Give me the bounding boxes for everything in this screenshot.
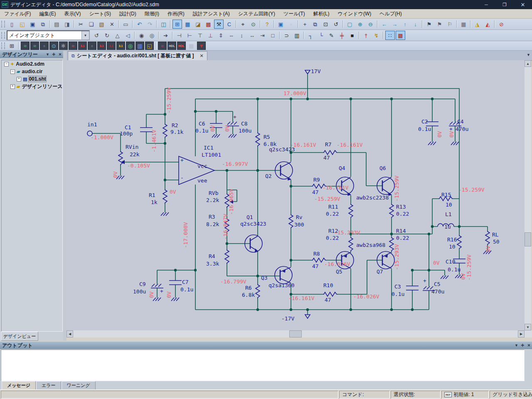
sim-export-icon[interactable]: ◱ (145, 42, 154, 50)
code-view-icon[interactable]: C (224, 20, 234, 29)
tree-expander-icon[interactable]: − (4, 62, 9, 66)
move-parts-icon[interactable]: ➔ (161, 31, 170, 40)
sim-empty-icon[interactable]: ▫ (40, 42, 49, 50)
zoom-area-icon[interactable]: ▢ (345, 20, 355, 29)
wire-junction-icon[interactable]: ╪ (337, 31, 347, 40)
calc-icon[interactable]: ⊞ (7, 41, 17, 50)
tab-design-view[interactable]: デザインビュー (1, 332, 38, 341)
marker-find-icon[interactable]: ⚐ (445, 20, 455, 29)
menu-item-10[interactable]: 解析(L) (309, 9, 334, 19)
sim-gear-icon[interactable]: ✱ (59, 42, 68, 50)
space-horizontal-icon[interactable]: ↔ (247, 31, 257, 40)
tree-item[interactable]: +▰デザインリソース (2, 83, 62, 90)
sim-meter-icon[interactable]: 3.1 (116, 42, 125, 50)
align-bottom-icon[interactable]: ⊥ (206, 31, 215, 40)
menu-item-3[interactable]: シート(S) (85, 9, 115, 19)
abort-icon[interactable]: ⊘ (497, 20, 506, 29)
schematic-canvas[interactable]: in1C1100pR29.1kRVin22kC60.1uC8100uR56.8k… (66, 60, 525, 330)
align-right-icon[interactable]: ⊢ (185, 31, 195, 40)
menu-item-11[interactable]: ウインドウ(W) (334, 9, 376, 19)
go-down-icon[interactable]: ↓ (411, 20, 420, 29)
check-clear-icon[interactable]: ◭ (483, 20, 493, 29)
scroll-thumb[interactable] (289, 330, 302, 337)
redo-icon[interactable]: ↷ (145, 20, 155, 29)
tab-list-dropdown-icon[interactable]: ▼ (527, 53, 530, 57)
wire-route-icon[interactable]: ┐ (306, 31, 315, 40)
hdl-view-icon[interactable]: HDL (167, 42, 176, 50)
go-right-icon[interactable]: → (390, 20, 399, 29)
sim-board-icon[interactable]: ≈ (21, 42, 30, 50)
zoom-in-icon[interactable]: ⊕ (355, 20, 365, 29)
tree-item[interactable]: −✦Audio2.sdm (2, 60, 62, 68)
overlap-windows-icon[interactable]: ⧉ (310, 20, 320, 29)
grid-display-icon[interactable]: ▦ (459, 20, 468, 29)
scroll-right-icon[interactable]: ▶ (518, 330, 525, 337)
find-parts-icon[interactable]: ⌖ (238, 20, 248, 29)
rotate-ccw-icon[interactable]: ↺ (92, 31, 101, 40)
menu-item-9[interactable]: ツール(T) (279, 9, 309, 19)
zoom-out-icon[interactable]: ⊖ (366, 20, 375, 29)
board-values-icon[interactable]: ▩ (396, 31, 405, 40)
close-icon[interactable]: ✕ (57, 52, 63, 57)
marker-prev-icon[interactable]: ⚑ (424, 20, 434, 29)
capture-view-icon[interactable]: ▣ (276, 20, 286, 29)
panel-splitter[interactable] (63, 51, 66, 341)
menu-item-1[interactable]: 編集(E) (35, 9, 60, 19)
tree-expander-icon[interactable]: − (10, 69, 15, 74)
components[interactable] (87, 70, 491, 318)
space-vertical-icon[interactable]: ↕ (237, 31, 246, 40)
save-all-icon[interactable]: ⧉ (38, 20, 48, 29)
properties-icon[interactable]: ▭ (121, 20, 131, 29)
cut-icon[interactable]: ✂ (76, 20, 86, 29)
grid-gray-icon[interactable]: ▦ (187, 41, 196, 50)
minimize-button[interactable]: ─ (477, 0, 495, 9)
gate-edit-icon[interactable]: ⊃ (282, 31, 291, 40)
maximize-button[interactable]: ❐ (495, 0, 514, 9)
scroll-thumb[interactable] (525, 232, 531, 246)
ic-pins-icon[interactable]: ▥ (292, 31, 302, 40)
close-icon[interactable]: ✕ (526, 343, 532, 347)
new-file-icon[interactable]: ▯ (7, 20, 17, 29)
view-rotate-icon[interactable]: ↺ (331, 20, 341, 29)
object-select-combo[interactable]: メインオブジェクト ▼ (7, 30, 90, 40)
scroll-left-icon[interactable]: ◀ (66, 330, 73, 337)
toolbar-grip[interactable] (1, 32, 5, 39)
find-net-icon[interactable]: ⊙ (249, 20, 258, 29)
group-icon[interactable]: ◉ (137, 31, 146, 40)
go-left-icon[interactable]: ← (379, 20, 389, 29)
sim-31-c-icon[interactable]: 3.1 (107, 42, 116, 50)
tab-sheet-editor[interactable]: ⧉ シートエディタ - audio.cir/001.sht [ 基板に渡す値 ]… (68, 51, 207, 60)
horizontal-scrollbar[interactable]: ◀ ▶ (66, 330, 525, 337)
check-run-icon[interactable]: ◮ (473, 20, 482, 29)
distribute-vertical-icon[interactable]: ⇕ (216, 31, 226, 40)
menu-item-0[interactable]: ファイル(F) (0, 9, 35, 19)
menu-item-7[interactable]: 設計アシスト(A) (189, 9, 234, 19)
tree-expander-icon[interactable]: + (17, 77, 21, 81)
mirror-vertical-icon[interactable]: ◁ (123, 31, 133, 40)
tab-close-icon[interactable]: ✕ (200, 53, 203, 59)
sheet-note-icon[interactable]: ◪ (193, 20, 203, 29)
menu-item-12[interactable]: ヘルプ(H) (375, 9, 406, 19)
align-top-icon[interactable]: ⊤ (195, 31, 205, 40)
to-3d-icon[interactable]: ◫ (159, 20, 168, 29)
placement-frame-icon[interactable]: □ (268, 31, 278, 40)
solid-box-icon[interactable]: ■ (347, 31, 357, 40)
mirror-horizontal-icon[interactable]: △ (113, 31, 122, 40)
fit-view-icon[interactable]: ⊡ (321, 20, 330, 29)
close-button[interactable]: ✕ (514, 0, 532, 9)
chip-load-icon[interactable]: ▼ (197, 42, 206, 50)
marker-next-icon[interactable]: ⚑ (435, 20, 444, 29)
output-tab-0[interactable]: メッセージ (2, 381, 36, 390)
sim-empty-2-icon[interactable]: ▫ (88, 42, 96, 50)
menu-item-2[interactable]: 表示(V) (60, 9, 85, 19)
print-preview-icon[interactable]: ◨ (62, 20, 72, 29)
delete-icon[interactable]: ✕ (107, 20, 117, 29)
menu-item-5[interactable]: 階層(I) (140, 9, 163, 19)
sim-circuit-icon[interactable]: ≈ (69, 42, 77, 50)
pan-view-icon[interactable]: + (300, 20, 310, 29)
sim-31-b-icon[interactable]: 3.1 (97, 42, 106, 50)
pitch-move-icon[interactable]: ⇥ (258, 31, 267, 40)
sim-probe-icon[interactable]: ⊙ (49, 42, 58, 50)
sim-wave-icon[interactable]: ≈ (30, 42, 39, 50)
hdl-import-icon[interactable]: HDL (177, 42, 186, 50)
